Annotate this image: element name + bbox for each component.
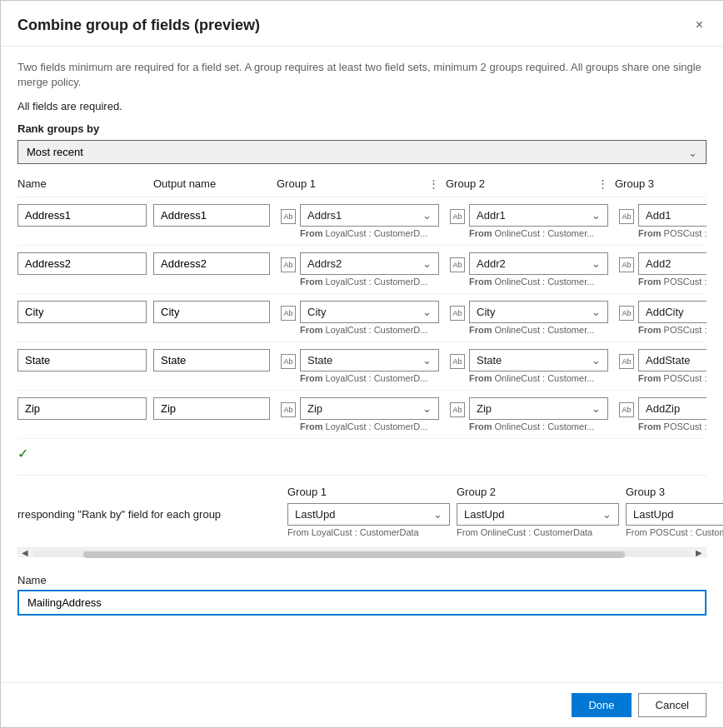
group3-dropdown[interactable]: AddZip <box>638 397 707 420</box>
group3-dropdown-wrap: AddState From POSCust : Custo <box>638 349 707 383</box>
group3-icon-square: Ab <box>619 354 634 369</box>
group2-icon: Ab <box>446 349 469 369</box>
cancel-button[interactable]: Cancel <box>638 693 707 717</box>
group1-dropdown[interactable]: Addrs2 <box>300 252 439 275</box>
dialog-footer: Done Cancel <box>1 682 723 727</box>
field-name-input[interactable] <box>17 397 147 420</box>
col-group1-header: Group 1 ⋮ <box>277 177 439 190</box>
bottom-group3-dropdown[interactable]: LastUpd <box>626 503 723 526</box>
field-output-input[interactable] <box>153 397 270 420</box>
bottom-group2-header: Group 2 <box>457 486 619 498</box>
name-field-label: Name <box>17 574 707 586</box>
group1-dropdown[interactable]: City <box>300 301 439 323</box>
group1-from: From LoyalCust : CustomerD... <box>300 227 439 238</box>
group3-cell: Ab Add1 From POSCust : Custo <box>615 204 707 238</box>
group1-val: State <box>307 354 332 366</box>
scrollbar-track <box>33 550 691 556</box>
group1-dropdown[interactable]: Zip <box>300 397 439 420</box>
group3-icon-square: Ab <box>619 257 634 272</box>
rank-select-wrapper[interactable]: Most recent <box>17 140 707 164</box>
bottom-group1-val: LastUpd <box>295 508 335 521</box>
group2-icon-square: Ab <box>450 209 465 224</box>
bottom-group2-from: From OnlineCust : CustomerData <box>457 526 619 537</box>
col-headers: Name Output name Group 1 ⋮ Group 2 ⋮ Gro… <box>17 177 707 197</box>
group2-icon: Ab <box>446 301 469 321</box>
name-section: Name <box>17 574 707 616</box>
group2-dropdown-wrap: Addr1 From OnlineCust : Customer... <box>469 204 608 238</box>
group2-dropdown[interactable]: State <box>469 349 608 371</box>
group1-val: City <box>307 306 326 318</box>
group1-dropdown-wrap: City From LoyalCust : CustomerD... <box>300 301 439 335</box>
scroll-left-icon[interactable]: ◀ <box>18 547 32 557</box>
bottom-group3-dropdown-wrap: LastUpd From POSCust : CustomerDat <box>626 503 723 537</box>
col-group2-header: Group 2 ⋮ <box>446 177 608 190</box>
group1-from: From LoyalCust : CustomerD... <box>300 275 439 287</box>
group1-dropdown-wrap: Addrs1 From LoyalCust : CustomerD... <box>300 204 439 238</box>
group2-dropdown[interactable]: Addr2 <box>469 252 608 275</box>
group3-val: Add2 <box>646 257 671 270</box>
field-output-input[interactable] <box>153 349 270 371</box>
group3-icon: Ab <box>615 397 638 417</box>
group2-dropdown[interactable]: City <box>469 301 608 323</box>
field-name-input[interactable] <box>17 349 147 371</box>
group1-dropdown[interactable]: State <box>300 349 439 371</box>
field-output-input[interactable] <box>153 301 270 323</box>
group2-icon-square: Ab <box>450 354 465 369</box>
col-group2-label: Group 2 <box>446 177 485 190</box>
group1-cell: Ab Addrs2 From LoyalCust : CustomerD... <box>277 252 439 287</box>
group1-dropdown[interactable]: Addrs1 <box>300 204 439 227</box>
group3-dropdown-wrap: AddCity From POSCust : Custo <box>638 301 707 335</box>
bottom-group2-val: LastUpd <box>464 508 504 521</box>
group1-cell: Ab Addrs1 From LoyalCust : CustomerD... <box>277 204 439 238</box>
group3-icon-square: Ab <box>619 306 634 321</box>
group2-dropdown-wrap: Zip From OnlineCust : Customer... <box>469 397 608 431</box>
bottom-group2-dropdown[interactable]: LastUpd <box>457 503 619 526</box>
group2-cell: Ab City From OnlineCust : Customer... <box>446 301 608 335</box>
group2-dropdown[interactable]: Zip <box>469 397 608 420</box>
rows-container: Ab Addrs1 From LoyalCust : CustomerD... … <box>17 197 707 439</box>
group3-dropdown[interactable]: Add2 <box>638 252 707 275</box>
group2-val: Zip <box>477 402 492 415</box>
group1-from: From LoyalCust : CustomerD... <box>300 420 439 431</box>
group1-val: Addrs2 <box>307 257 342 270</box>
scroll-right-icon[interactable]: ▶ <box>692 547 706 557</box>
table-row: Ab Addrs1 From LoyalCust : CustomerD... … <box>17 197 707 246</box>
close-button[interactable]: × <box>692 14 707 36</box>
name-input[interactable] <box>17 590 707 616</box>
field-name-input[interactable] <box>17 301 147 323</box>
horizontal-scrollbar[interactable]: ◀ ▶ <box>17 547 707 557</box>
description-text: Two fields minimum are required for a fi… <box>17 60 707 90</box>
group2-cell: Ab Zip From OnlineCust : Customer... <box>446 397 608 431</box>
checkmark-area: ✓ <box>17 439 707 468</box>
group3-dropdown[interactable]: AddCity <box>638 301 707 323</box>
field-output-input[interactable] <box>153 204 270 227</box>
table-row: Ab Zip From LoyalCust : CustomerD... Ab … <box>17 391 707 439</box>
group3-from: From POSCust : Custo <box>638 371 707 383</box>
group1-icon: Ab <box>277 301 300 321</box>
required-note: All fields are required. <box>17 100 707 112</box>
rank-select[interactable]: Most recent <box>18 141 706 163</box>
group2-icon: Ab <box>446 397 469 417</box>
done-button[interactable]: Done <box>572 693 631 717</box>
field-output-input[interactable] <box>153 252 270 275</box>
field-name-input[interactable] <box>17 204 147 227</box>
group1-more-icon[interactable]: ⋮ <box>428 177 439 190</box>
combine-fields-dialog: Combine group of fields (preview) × Two … <box>0 0 724 728</box>
group3-dropdown[interactable]: AddState <box>638 349 707 371</box>
rank-label: Rank groups by <box>17 122 707 135</box>
group3-cell: Ab AddZip From POSCust : Custo <box>615 397 707 431</box>
group2-dropdown[interactable]: Addr1 <box>469 204 608 227</box>
field-name-input[interactable] <box>17 252 147 275</box>
group2-cell: Ab Addr1 From OnlineCust : Customer... <box>446 204 608 238</box>
group3-dropdown[interactable]: Add1 <box>638 204 707 227</box>
col-name-header: Name <box>17 177 147 190</box>
bottom-group1-dropdown-wrap: LastUpd From LoyalCust : CustomerData <box>287 503 450 537</box>
dialog-header: Combine group of fields (preview) × <box>1 1 723 47</box>
group3-icon-square: Ab <box>619 209 634 224</box>
bottom-group1-dropdown[interactable]: LastUpd <box>287 503 450 526</box>
group2-more-icon[interactable]: ⋮ <box>597 177 608 190</box>
scrollbar-thumb[interactable] <box>83 551 625 558</box>
group2-dropdown-wrap: Addr2 From OnlineCust : Customer... <box>469 252 608 287</box>
dialog-body: Two fields minimum are required for a fi… <box>1 47 723 682</box>
group2-val: Addr2 <box>477 257 506 270</box>
